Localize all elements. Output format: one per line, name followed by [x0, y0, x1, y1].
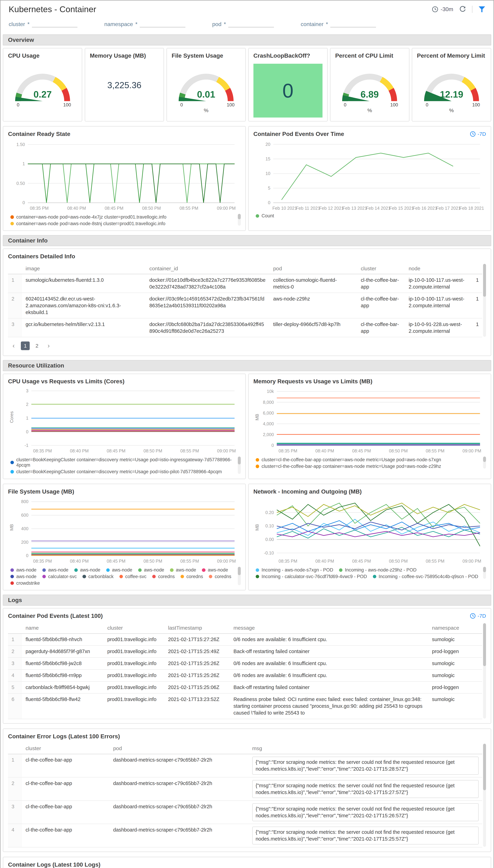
legend-item[interactable]: calculator-svc — [42, 574, 77, 579]
legend-item[interactable]: aws-node — [138, 567, 164, 573]
time-range-control[interactable]: -30m — [432, 6, 453, 13]
column-header[interactable] — [8, 263, 22, 274]
column-header[interactable] — [8, 623, 22, 634]
refresh-button[interactable] — [459, 6, 466, 13]
scrollbar-thumb[interactable] — [483, 623, 486, 666]
network-chart[interactable]: -0.100.000.100.2008:35 PM08:40 PM08:45 P… — [253, 495, 486, 565]
column-header[interactable]: message — [230, 623, 429, 634]
scrollbar-thumb[interactable] — [483, 567, 486, 572]
legend-scrollbar[interactable] — [238, 567, 241, 585]
svg-text:2,000: 2,000 — [263, 432, 274, 437]
filter-pod-input[interactable] — [228, 20, 274, 27]
filter-namespace-input[interactable] — [140, 20, 185, 27]
table-cell: dashboard-metrics-scraper-c79c65bb7-2lr2… — [110, 824, 249, 847]
legend-item[interactable]: Incoming - coffee-svc-75895c4c4b-q9scn -… — [373, 574, 478, 579]
legend-item[interactable]: Incoming - aws-node-s7xgn - POD — [256, 567, 333, 573]
filter-button[interactable] — [478, 6, 485, 13]
ready-state-chart[interactable]: 00.5011.5008:35 PM08:40 PM08:45 PM08:50 … — [8, 137, 241, 212]
table-scrollbar[interactable] — [483, 744, 486, 847]
panel-title: Container Ready State — [8, 131, 241, 137]
table-row[interactable]: 6fluentd-5fb6b6cf98-lfw42prod01.travello… — [8, 693, 482, 719]
legend-scrollbar[interactable] — [238, 457, 241, 474]
scrollbar-thumb[interactable] — [238, 214, 241, 219]
page-button-1[interactable]: 1 — [21, 341, 30, 350]
table-row[interactable]: 2pagerduty-84d685f79f-g87xnprod01.travel… — [8, 645, 482, 657]
column-header[interactable]: node — [405, 263, 469, 274]
svg-text:5: 5 — [268, 186, 270, 190]
section-header-logs[interactable]: Logs — [3, 595, 491, 606]
column-header[interactable]: container_id — [146, 263, 270, 274]
table-row[interactable]: 5carbonblack-fb9ff9854-bgwkjprod01.trave… — [8, 681, 482, 693]
legend-item[interactable]: Incoming - calculator-svc-76cdf7fd69-4vw… — [256, 574, 367, 579]
prev-page-button[interactable]: ‹ — [9, 341, 18, 350]
scrollbar-thumb[interactable] — [483, 264, 486, 297]
column-header[interactable]: pod — [110, 743, 249, 754]
column-header[interactable]: cluster — [22, 743, 110, 754]
legend-item[interactable]: aws-node — [202, 567, 228, 573]
legend-item[interactable]: aws-node — [11, 567, 36, 573]
legend-item[interactable]: cluster=BookKeepingCluster container=dis… — [11, 457, 235, 468]
legend-item[interactable]: coredns — [180, 574, 203, 579]
column-header[interactable]: lastTimestamp — [165, 623, 230, 634]
legend-item[interactable]: aws-node — [42, 567, 69, 573]
column-header[interactable]: pod — [270, 263, 357, 274]
scrollbar-thumb[interactable] — [483, 744, 486, 790]
scrollbar-thumb[interactable] — [238, 457, 241, 465]
column-header[interactable]: image — [22, 263, 146, 274]
table-row[interactable]: 3cl-the-coffee-bar-appdashboard-metrics-… — [8, 800, 482, 824]
table-row[interactable]: 4cl-the-coffee-bar-appdashboard-metrics-… — [8, 824, 482, 847]
table-row[interactable]: 3gcr.io/kubernetes-helm/tiller:v2.13.1do… — [8, 318, 482, 337]
filter-container-input[interactable] — [330, 20, 376, 27]
column-header[interactable]: name — [22, 623, 104, 634]
legend-item[interactable]: aws-node — [106, 567, 132, 573]
legend-item[interactable]: cluster=BookKeepingCluster container=dis… — [11, 469, 222, 474]
table-row[interactable]: 2cl-the-coffee-bar-appdashboard-metrics-… — [8, 777, 482, 800]
filter-cluster-input[interactable] — [32, 20, 77, 27]
legend-item[interactable]: container=aws-node pod=aws-node-8stnj cl… — [11, 221, 166, 226]
section-header-overview[interactable]: Overview — [3, 34, 491, 45]
table-row[interactable]: 1fluentd-5fb6b6cf98-nhvchprod01.travello… — [8, 634, 482, 645]
table-row[interactable]: 1sumologic/kubernetes-fluentd:1.3.0docke… — [8, 274, 482, 293]
table-row[interactable]: 3fluentd-5fb6b6cf98-jw2c8prod01.travello… — [8, 657, 482, 669]
legend-item[interactable]: container=aws-node pod=aws-node-4x7jz cl… — [11, 214, 167, 220]
legend-item[interactable]: crowdstrike — [11, 581, 40, 586]
section-header-container-info[interactable]: Container Info — [3, 235, 491, 246]
legend-item[interactable]: aws-node — [11, 574, 36, 579]
legend-item[interactable]: coredns — [152, 574, 175, 579]
legend-item[interactable]: aws-node — [170, 567, 196, 573]
column-header[interactable]: cluster — [357, 263, 405, 274]
next-page-button[interactable]: › — [44, 341, 53, 350]
column-header[interactable] — [8, 743, 22, 754]
column-header[interactable] — [469, 263, 482, 274]
section-header-resource-utilization[interactable]: Resource Utilization — [3, 360, 491, 371]
legend-item[interactable]: carbonblack — [82, 574, 114, 579]
svg-text:0.01: 0.01 — [197, 89, 215, 99]
legend-scrollbar[interactable] — [238, 214, 241, 226]
cpu-chart[interactable]: -1012308:35 PM08:40 PM08:45 PM08:50 PM08… — [8, 385, 241, 455]
legend-item[interactable]: coffee-svc — [119, 574, 147, 579]
pod-events-chart[interactable]: 05101520Feb 10 2021Feb 11 2021Feb 12 202… — [253, 137, 486, 212]
table-scrollbar[interactable] — [483, 623, 486, 719]
legend-item[interactable]: cluster=cl-the-coffee-bar-app container=… — [256, 464, 441, 469]
page-button-2[interactable]: 2 — [33, 341, 41, 350]
table-scrollbar[interactable] — [483, 264, 486, 337]
legend-item[interactable]: aws-node — [74, 567, 100, 573]
legend-item[interactable]: Count — [256, 213, 274, 219]
column-header[interactable]: cluster — [104, 623, 165, 634]
legend-item[interactable]: Incoming - aws-node-z29hz - POD — [339, 567, 416, 573]
time-range-badge[interactable]: -7D — [470, 131, 486, 137]
table-row[interactable]: 4fluentd-5fb6b6cf98-rn9ppprod01.travello… — [8, 669, 482, 681]
scrollbar-thumb[interactable] — [483, 457, 486, 462]
column-header[interactable]: namespace — [429, 623, 482, 634]
legend-item[interactable]: coredns — [209, 574, 231, 579]
column-header[interactable]: msg — [249, 743, 482, 754]
filesystem-chart[interactable]: 020040060080008:35 PM08:40 PM08:45 PM08:… — [8, 495, 241, 565]
legend-scrollbar[interactable] — [483, 567, 486, 579]
table-row[interactable]: 1cl-the-coffee-bar-appdashboard-metrics-… — [8, 754, 482, 777]
legend-scrollbar[interactable] — [483, 457, 486, 469]
table-row[interactable]: 2602401143452.dkr.ecr.us-west-2.amazonaw… — [8, 293, 482, 318]
legend-item[interactable]: cluster=cl-the-coffee-bar-app container=… — [256, 457, 441, 463]
memory-chart[interactable]: 02,0004,0006,0008,00010k08:35 PM08:40 PM… — [253, 385, 486, 455]
scrollbar-thumb[interactable] — [238, 567, 241, 575]
time-range-badge[interactable]: -7D — [470, 613, 486, 619]
